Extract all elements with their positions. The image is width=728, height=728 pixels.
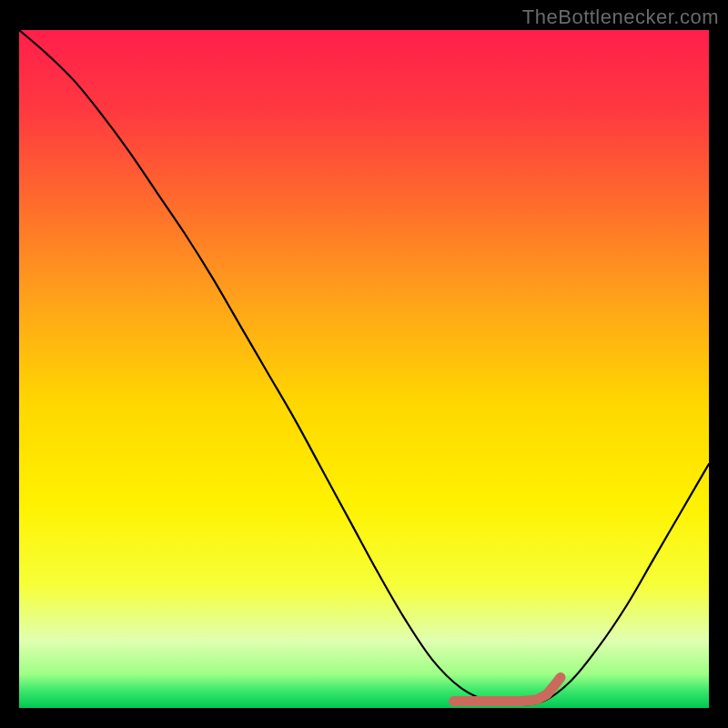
gradient-background — [19, 30, 709, 708]
bottleneck-chart — [19, 30, 709, 708]
plot-area — [19, 30, 709, 708]
watermark-label: TheBottlenecker.com — [522, 5, 719, 29]
chart-container: TheBottlenecker.com — [0, 0, 728, 728]
